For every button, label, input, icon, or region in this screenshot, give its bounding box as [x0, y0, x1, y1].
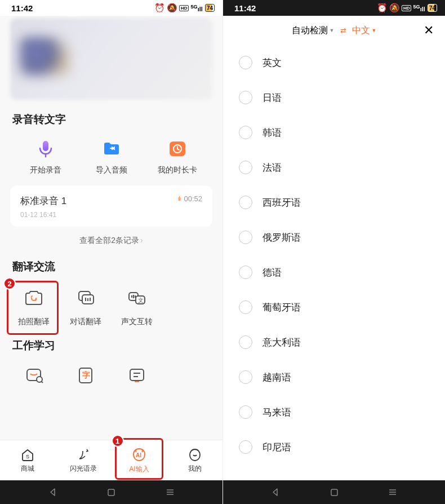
nav-mine[interactable]: 我的 — [167, 440, 222, 480]
tile-label: 导入音频 — [96, 165, 127, 175]
nav-label: 闪光语录 — [70, 464, 97, 474]
microphone-icon — [35, 138, 56, 160]
alarm-icon: ⏰ — [377, 3, 388, 13]
work-tile-3[interactable] — [112, 364, 163, 387]
svg-rect-23 — [130, 369, 144, 381]
language-row[interactable]: 西班牙语 — [223, 185, 445, 220]
status-icons: ⏰ 🔕 HD 5Gıll — [377, 3, 425, 13]
status-icons: ⏰ 🔕 HD 5Gıll — [154, 3, 203, 13]
mute-icon: 🔕 — [167, 3, 177, 13]
svg-text:字: 字 — [82, 370, 90, 379]
section-title-translate: 翻译交流 — [0, 256, 222, 282]
language-row[interactable]: 越南语 — [223, 360, 445, 395]
language-label: 法语 — [262, 161, 282, 174]
duration-card-tile[interactable]: 我的时长卡 — [144, 138, 210, 175]
banner-ad[interactable] — [10, 18, 212, 100]
chevron-right-icon: › — [140, 236, 143, 245]
language-row[interactable]: 英文 — [223, 45, 445, 80]
recording-duration: 00:52 — [184, 194, 202, 203]
mute-icon: 🔕 — [389, 3, 400, 13]
target-language-picker[interactable]: 中文▼ — [352, 25, 377, 37]
language-label: 葡萄牙语 — [262, 301, 301, 314]
triangle-down-icon: ▼ — [372, 28, 377, 33]
view-all-link[interactable]: 查看全部2条记录› — [0, 233, 222, 256]
radio-icon[interactable] — [239, 196, 252, 209]
camera-translate-icon — [21, 285, 47, 311]
step-badge-2: 2 — [3, 277, 16, 290]
android-recent-icon[interactable] — [388, 487, 398, 497]
svg-line-20 — [41, 381, 43, 383]
radio-icon[interactable] — [239, 440, 252, 454]
nav-store[interactable]: S 商城 — [0, 440, 56, 480]
language-label: 俄罗斯语 — [262, 231, 301, 244]
nav-label: 商城 — [21, 464, 34, 474]
dialog-translate-tile[interactable]: 对话翻译 — [60, 285, 112, 327]
start-recording-tile[interactable]: 开始录音 — [12, 138, 78, 175]
tile-label: 声文互转 — [121, 317, 153, 327]
nav-ai-input[interactable]: 1 AI AI输入 — [112, 440, 167, 480]
close-icon[interactable]: ✕ — [424, 23, 434, 38]
radio-icon[interactable] — [239, 370, 252, 384]
android-home-icon[interactable] — [329, 487, 339, 497]
tile-label: 拍照翻译 — [18, 317, 50, 327]
android-back-icon[interactable] — [48, 487, 58, 497]
radio-icon[interactable] — [239, 405, 252, 419]
nav-quotes[interactable]: 闪光语录 — [56, 440, 112, 480]
signal-icon: 5Gıll — [413, 4, 425, 12]
language-row[interactable]: 法语 — [223, 150, 445, 185]
radio-icon[interactable] — [239, 335, 252, 349]
bottom-nav: S 商城 闪光语录 1 AI AI输入 我的 — [0, 440, 222, 480]
swap-icon[interactable]: ⇄ — [340, 26, 346, 35]
radio-icon[interactable] — [239, 126, 252, 139]
svg-rect-29 — [108, 489, 114, 496]
battery-icon: 74 — [205, 4, 215, 12]
photo-translate-tile[interactable]: 2 拍照翻译 — [8, 285, 60, 327]
radio-icon[interactable] — [239, 300, 252, 314]
radio-icon[interactable] — [239, 161, 252, 174]
language-row[interactable]: 韩语 — [223, 115, 445, 150]
android-recent-icon[interactable] — [165, 487, 175, 497]
language-row[interactable]: 德语 — [223, 255, 445, 290]
recording-timestamp: 01-12 16:41 — [20, 211, 202, 219]
radio-icon[interactable] — [239, 231, 252, 244]
battery-icon: 74 — [428, 4, 437, 12]
language-label: 英文 — [262, 56, 282, 69]
import-audio-tile[interactable]: 导入音频 — [78, 138, 144, 175]
language-list[interactable]: 英文 日语 韩语 法语 西班牙语 俄罗斯语 德语 葡萄牙语 意大利语 越南语 马… — [223, 45, 445, 480]
work-tile-2[interactable]: 字 — [60, 364, 112, 387]
waveform-icon: ılı — [178, 196, 181, 202]
language-row[interactable]: 日语 — [223, 80, 445, 115]
recording-title: 标准录音 1 — [20, 194, 202, 207]
status-time: 11:42 — [234, 3, 256, 13]
language-row[interactable]: 葡萄牙语 — [223, 290, 445, 325]
recording-card[interactable]: ılı 00:52 标准录音 1 01-12 16:41 — [10, 185, 212, 227]
language-label: 德语 — [262, 266, 282, 279]
language-row[interactable]: 印尼语 — [223, 430, 445, 465]
tile-label: 我的时长卡 — [158, 165, 197, 175]
chat-bubble-icon — [73, 285, 99, 311]
voice-text-tile[interactable]: 文 声文互转 — [112, 285, 163, 327]
svg-rect-33 — [331, 489, 337, 496]
alarm-icon: ⏰ — [154, 3, 165, 13]
language-row[interactable]: 俄罗斯语 — [223, 220, 445, 255]
nav-label: AI输入 — [129, 465, 149, 474]
hd-icon: HD — [402, 5, 412, 11]
svg-text:文: 文 — [138, 297, 144, 303]
language-label: 韩语 — [262, 126, 282, 139]
ai-icon: AI — [131, 447, 147, 463]
android-home-icon[interactable] — [106, 487, 117, 497]
language-row[interactable]: 马来语 — [223, 395, 445, 430]
source-language-picker[interactable]: 自动检测▼ — [292, 25, 335, 37]
triangle-down-icon: ▼ — [330, 28, 335, 33]
radio-icon[interactable] — [239, 266, 252, 279]
work-tile-1[interactable] — [8, 364, 60, 387]
clock-icon — [167, 138, 188, 160]
radio-icon[interactable] — [239, 56, 252, 69]
section-title-recording: 录音转文字 — [0, 109, 222, 135]
language-label: 意大利语 — [262, 336, 301, 349]
radio-icon[interactable] — [239, 91, 252, 104]
android-back-icon[interactable] — [270, 487, 281, 497]
status-bar: 11:42 ⏰ 🔕 HD 5Gıll 74 — [0, 0, 222, 16]
language-row[interactable]: 意大利语 — [223, 325, 445, 360]
status-bar: 11:42 ⏰ 🔕 HD 5Gıll 74 — [223, 0, 445, 16]
